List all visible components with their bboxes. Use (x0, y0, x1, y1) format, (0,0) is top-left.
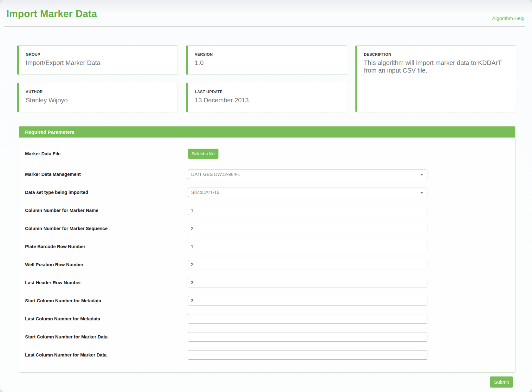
submit-button[interactable]: Submit (490, 376, 513, 388)
form-row-marker-sequence-column: Column Number for Marker Sequence (25, 224, 515, 233)
start-marker-data-column-input[interactable] (188, 332, 427, 342)
start-metadata-column-input[interactable] (188, 296, 427, 305)
dataset-type-select[interactable]: SilicoDArT-16 (188, 188, 427, 197)
author-card-value: Stanley Wijoyo (26, 96, 170, 104)
field-label: Data set type being imported (25, 190, 188, 195)
form-row-marker-data-management: Marker Data Management DArT GBS DW12-984… (25, 170, 515, 179)
well-position-row-input[interactable] (188, 260, 427, 269)
marker-sequence-column-input[interactable] (188, 224, 427, 233)
field-label: Start Column Number for Metadata (25, 298, 188, 303)
required-parameters-panel: Required Parameters Marker Data File Sel… (19, 126, 516, 373)
parameters-form: Marker Data File Select a file Marker Da… (19, 138, 515, 360)
field-label: Plate Barcode Row Number (25, 244, 188, 249)
selected-value: SilicoDArT-16 (191, 190, 219, 195)
header-divider (4, 26, 525, 27)
form-row-start-metadata-column: Start Column Number for Metadata (25, 296, 515, 305)
description-card-value: This algorithm will import marker data t… (364, 59, 508, 74)
last-update-card-label: LAST UPDATE (195, 90, 339, 94)
last-metadata-column-input[interactable] (188, 314, 427, 324)
algorithm-help-link[interactable]: Algorithm Help (492, 16, 524, 21)
chevron-down-icon (420, 192, 423, 194)
form-row-marker-name-column: Column Number for Marker Name (25, 206, 515, 215)
marker-name-column-input[interactable] (188, 206, 427, 215)
last-update-card: LAST UPDATE 13 December 2013 (186, 83, 347, 112)
required-parameters-header: Required Parameters (19, 126, 515, 138)
field-label: Well Position Row Number (25, 262, 188, 267)
app-window: Import Marker Data Algorithm Help GROUP … (0, 0, 532, 392)
last-header-row-input[interactable] (188, 278, 427, 287)
field-label: Column Number for Marker Name (25, 208, 188, 213)
page-header: Import Marker Data Algorithm Help (0, 0, 532, 27)
version-card-value: 1.0 (195, 59, 339, 67)
last-update-card-value: 13 December 2013 (195, 96, 339, 104)
group-card: GROUP Import/Export Marker Data (17, 45, 178, 75)
version-card: VERSION 1.0 (186, 45, 347, 75)
last-marker-data-column-input[interactable] (188, 350, 427, 360)
form-row-last-header-row: Last Header Row Number (25, 278, 515, 287)
description-card: DESCRIPTION This algorithm will import m… (355, 45, 516, 112)
page-title: Import Marker Data (6, 8, 97, 20)
field-label: Last Header Row Number (25, 280, 188, 285)
field-label: Last Column Number for Marker Data (25, 352, 188, 357)
form-row-marker-data-file: Marker Data File Select a file (25, 148, 515, 159)
form-row-last-marker-data-column: Last Column Number for Marker Data (25, 350, 515, 360)
group-card-label: GROUP (26, 52, 170, 57)
field-label: Start Column Number for Marker Data (25, 334, 188, 339)
author-card-label: AUTHOR (26, 90, 170, 94)
group-card-value: Import/Export Marker Data (26, 59, 170, 67)
field-label: Column Number for Marker Sequence (25, 226, 188, 231)
description-card-label: DESCRIPTION (364, 52, 508, 57)
marker-data-management-select[interactable]: DArT GBS DW12-984-1 (188, 170, 427, 179)
select-file-button[interactable]: Select a file (188, 149, 218, 159)
version-card-label: VERSION (195, 52, 339, 57)
form-row-last-metadata-column: Last Column Number for Metadata (25, 314, 515, 324)
info-cards: GROUP Import/Export Marker Data VERSION … (17, 45, 516, 112)
chevron-down-icon (420, 174, 423, 176)
selected-value: DArT GBS DW12-984-1 (191, 172, 240, 177)
author-card: AUTHOR Stanley Wijoyo (17, 83, 178, 112)
field-label: Last Column Number for Metadata (25, 316, 188, 321)
field-label: Marker Data File (25, 151, 188, 156)
field-label: Marker Data Management (25, 172, 188, 177)
form-row-well-position-row: Well Position Row Number (25, 260, 515, 269)
plate-barcode-row-input[interactable] (188, 242, 427, 251)
form-row-start-marker-data-column: Start Column Number for Marker Data (25, 332, 515, 342)
form-row-dataset-type: Data set type being imported SilicoDArT-… (25, 188, 515, 197)
form-row-plate-barcode-row: Plate Barcode Row Number (25, 242, 515, 251)
